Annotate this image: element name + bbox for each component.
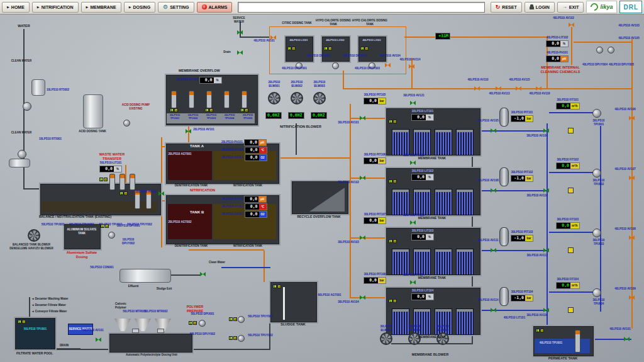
display-unit: m³/h <box>570 223 579 229</box>
alum-dosing-pump[interactable] <box>108 232 115 239</box>
login-button[interactable]: LOGIN <box>525 2 555 13</box>
cip-line-valve[interactable] <box>516 86 521 91</box>
balance-tank-blower[interactable] <box>28 229 40 242</box>
display-unit: % <box>426 294 433 300</box>
device-tag: 30LPS10 TPU001 <box>587 119 610 127</box>
clean-water-label: CLEAN WATER <box>8 131 35 135</box>
membrane-cassette <box>392 189 409 215</box>
polymer-dosing-pump[interactable] <box>199 320 206 327</box>
drain-valve[interactable] <box>237 50 243 55</box>
permeate-valve[interactable] <box>491 308 496 312</box>
nitrification-tank-label: NITRIFICATION TANK <box>221 244 274 248</box>
air-scour-valve[interactable] <box>410 101 416 105</box>
permeate-valve[interactable] <box>491 188 496 193</box>
overflow-pump[interactable] <box>224 91 230 108</box>
clean-water-valve[interactable] <box>200 272 206 276</box>
membrane-feed-valve[interactable] <box>360 235 365 240</box>
device-tag: 30LPS10 AV114 <box>477 298 499 302</box>
transfer-pump[interactable] <box>130 174 135 190</box>
pipe <box>547 123 548 329</box>
menu-nitrification-button[interactable]: ▶NITRIFICATION <box>32 2 79 13</box>
device-tag: 50LPS10 TPUY001 <box>68 223 96 227</box>
display-tag: 40LPS10-LIT102 <box>547 37 569 40</box>
device-tag: 30LPS10 BLW003 <box>431 325 454 332</box>
alarm-icon: ! <box>202 4 207 9</box>
balance-tank: LH <box>39 183 162 217</box>
indicator-box <box>568 188 574 193</box>
cip-line-valve[interactable] <box>536 86 541 91</box>
agitator-motor[interactable] <box>157 329 164 333</box>
overflow-pump[interactable] <box>206 91 212 108</box>
device-tag: 30LPS10 TPU004 <box>587 298 610 306</box>
permeate-pump[interactable] <box>592 229 601 237</box>
permeate-valve[interactable] <box>491 128 496 133</box>
filtrate-valve[interactable] <box>96 337 101 342</box>
membrane-cassette <box>414 249 430 274</box>
membrane-feed-valve[interactable] <box>360 116 365 120</box>
air-scour-valve[interactable] <box>410 280 416 285</box>
display-unit: bar <box>525 116 533 122</box>
display-value: 0,0 <box>557 103 570 109</box>
membrane-cassette <box>457 130 473 155</box>
nitrification-blower[interactable] <box>291 92 303 105</box>
menu-membrane-button[interactable]: ▶MEMBRANE <box>81 2 121 13</box>
device-tag: 30LPS10 AV104 <box>337 300 360 304</box>
membrane-feed-valve[interactable] <box>360 295 365 300</box>
intake-pump[interactable] <box>23 102 31 111</box>
device-tag: 20LPS10 TPU005 <box>239 113 257 120</box>
cip-pump[interactable] <box>596 47 603 54</box>
vacuum-vessel <box>499 227 509 246</box>
acid-dosing-pump[interactable] <box>123 120 130 127</box>
exit-button[interactable]: →EXIT <box>557 2 584 13</box>
pipe <box>350 237 385 239</box>
polymer-transfer-pump[interactable] <box>238 316 245 323</box>
device-tag: 30LPS10 AV106 <box>526 134 548 138</box>
permeate-outlet-valve[interactable] <box>624 337 630 341</box>
air-scour-valve[interactable] <box>410 161 416 165</box>
polymer-transfer-pump[interactable] <box>238 335 245 342</box>
alarms-button[interactable]: !ALARMS <box>197 2 233 13</box>
filtrate-water-pool: LH 50LPS10 TPU001 <box>14 317 57 351</box>
membrane-cassette <box>457 309 473 334</box>
membrane-tank: LH 30LPS10 LIT1020,0% <box>385 167 482 217</box>
flow-display: 30LPS10 FIT1040,0m³/h <box>556 278 580 289</box>
display-unit: bar <box>378 278 386 283</box>
air-scour-valve[interactable] <box>410 220 416 225</box>
transfer-pump[interactable] <box>109 174 115 190</box>
pipe <box>549 232 593 233</box>
transfer-pump[interactable] <box>119 174 125 190</box>
chemical-dosing-pump[interactable] <box>332 62 339 69</box>
command-input[interactable] <box>238 2 484 13</box>
overflow-pump[interactable] <box>189 91 194 108</box>
cip-top-valve[interactable] <box>569 23 574 27</box>
menu-dosing-button[interactable]: ▶DOSING <box>124 2 155 13</box>
permeate-pump[interactable] <box>592 288 601 297</box>
display-value: 0,0 <box>412 234 426 240</box>
pipe <box>350 178 385 179</box>
nitrification-blower[interactable] <box>268 92 280 105</box>
permeate-valve[interactable] <box>491 248 496 252</box>
membrane-feed-valve[interactable] <box>360 176 365 180</box>
cip-line-valve[interactable] <box>496 86 501 91</box>
nitrification-blower[interactable] <box>313 92 326 105</box>
menu-home-button[interactable]: ▶HOME <box>2 2 30 13</box>
citric-dosing-tank: 40LPS10 L3101 LH <box>284 35 314 63</box>
intake-pump[interactable] <box>18 150 26 159</box>
reset-button[interactable]: ↻RESET <box>491 2 522 13</box>
permeate-pump[interactable] <box>592 109 601 118</box>
likya-logo: likya <box>586 1 617 13</box>
level-display: 50LPS10-LIT101 0,0% <box>99 162 122 173</box>
cip-pump[interactable] <box>608 47 614 54</box>
display-value: 0,0 <box>557 223 570 229</box>
device-tag: 20LPS10 AV101 <box>191 128 216 132</box>
overflow-pump[interactable] <box>242 91 247 108</box>
permeate-transfer-pump[interactable] <box>575 330 580 353</box>
setting-button[interactable]: ⚙SETTING <box>158 2 194 13</box>
overflow-pump[interactable] <box>171 91 177 108</box>
device-tag: 40LPS10 AV102 <box>550 16 577 20</box>
cip-line-valve[interactable] <box>474 86 480 91</box>
permeate-pump[interactable] <box>592 169 601 178</box>
agitator-motor[interactable] <box>132 329 139 333</box>
tank-level-display: 30LPS10 LIT1020,0% <box>411 170 434 181</box>
device-tag: 30LPS10 BLW001 <box>375 325 397 332</box>
